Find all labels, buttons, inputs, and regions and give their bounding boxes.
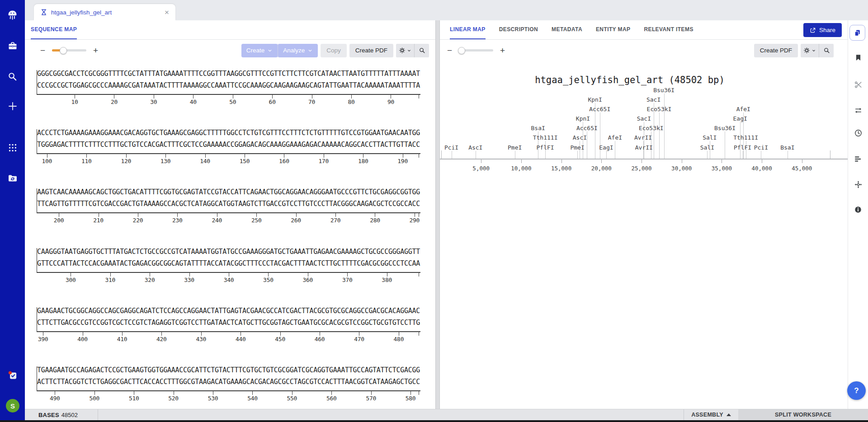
jellyfish-logo-icon[interactable] <box>0 7 25 23</box>
enzyme-label[interactable]: Tth111I <box>533 135 558 141</box>
enzyme-label[interactable]: Acc65I <box>589 106 610 113</box>
zoom-out-button[interactable]: − <box>444 46 455 56</box>
sequence-bottom-strand[interactable]: TTCAGTTGTTTTTCGTCGACCGACTGTAAAAGCCACGCTC… <box>37 199 420 208</box>
user-avatar[interactable]: S <box>6 399 19 413</box>
zoom-in-button[interactable]: + <box>90 46 101 56</box>
enzyme-label[interactable]: SacI <box>646 97 660 103</box>
help-button[interactable]: ? <box>847 381 866 400</box>
copy-to-workspace-button[interactable] <box>849 25 865 41</box>
settings-gear-button[interactable] <box>801 44 819 57</box>
share-label: Share <box>819 27 835 33</box>
history-clock-icon[interactable] <box>848 127 868 138</box>
enzyme-label[interactable]: AvrII <box>634 135 652 141</box>
enzyme-label[interactable]: Eco53kI <box>647 106 672 113</box>
analyze-button[interactable]: Analyze <box>278 44 318 57</box>
move-crosshair-icon[interactable] <box>848 179 868 190</box>
copy-button[interactable]: Copy <box>321 44 347 57</box>
enzyme-label[interactable]: PciI <box>754 145 768 151</box>
enzyme-label[interactable]: AfeI <box>736 106 750 113</box>
left-toolbar-actions: Create Analyze Copy Create PDF <box>241 44 429 57</box>
enzyme-label[interactable]: Tth111I <box>733 135 758 141</box>
enzyme-label[interactable]: AvrII <box>635 145 653 151</box>
sequence-top-strand[interactable]: TGAAGAATGCCAGAGACTCCGCTGAAGTGGTGGAAACCGC… <box>37 366 420 375</box>
share-button[interactable]: Share <box>803 23 842 37</box>
toolbox-icon[interactable] <box>0 38 25 54</box>
enzyme-label[interactable]: AscI <box>573 135 587 141</box>
ruler-number: 460 <box>315 336 325 342</box>
swap-arrows-icon[interactable] <box>848 105 868 116</box>
sequence-top-strand[interactable]: GGGCGGCGACCTCGCGGGTTTTCGCTATTTATGAAAATTT… <box>37 69 420 78</box>
enzyme-label[interactable]: SalI <box>700 145 714 151</box>
zoom-slider-thumb[interactable] <box>458 47 465 54</box>
create-pdf-button[interactable]: Create PDF <box>349 44 393 57</box>
axis-tick-label: 40,000 <box>752 165 772 172</box>
enzyme-label[interactable]: AscI <box>468 145 482 151</box>
split-workspace-button[interactable]: SPLIT WORKSPACE <box>738 409 868 420</box>
enzyme-label[interactable]: Eco53kI <box>639 125 664 131</box>
create-plus-icon[interactable] <box>0 98 25 114</box>
create-button[interactable]: Create <box>241 44 278 57</box>
enzyme-label[interactable]: KpnI <box>588 97 602 103</box>
enzyme-cut-line <box>587 131 587 159</box>
tab-description[interactable]: DESCRIPTION <box>499 20 538 39</box>
ruler-number: 240 <box>212 217 222 224</box>
sequence-top-strand[interactable]: GAAGAACTGCGGCAGGCCAGCGAGGCAGATCTCCAGCCAG… <box>37 306 420 315</box>
bookmark-icon[interactable] <box>848 52 868 63</box>
enzyme-label[interactable]: PflFI <box>537 145 554 151</box>
tab-relevant-items[interactable]: RELEVANT ITEMS <box>644 20 693 39</box>
projects-sync-folder-icon[interactable] <box>0 171 25 186</box>
sequence-bottom-strand[interactable]: TGGGAGACTTTTCTTTCCTTTGCTGTCCACGACTTTCGCT… <box>37 140 420 149</box>
enzyme-label[interactable]: Acc65I <box>576 125 598 131</box>
tab-entity-map[interactable]: ENTITY MAP <box>596 20 630 39</box>
enzyme-label[interactable]: SalI <box>703 135 717 141</box>
sequence-top-strand[interactable]: CAAGGGTAATGAGGTGCTTTATGACTCTGCCGCCGTCATA… <box>37 247 420 256</box>
sequence-extent-marker <box>830 150 830 159</box>
scissors-icon[interactable] <box>848 79 868 90</box>
alignments-icon[interactable] <box>848 154 868 164</box>
ruler-number: 440 <box>236 336 246 342</box>
enzyme-label[interactable]: EagI <box>733 116 747 122</box>
enzyme-label[interactable]: BsaI <box>531 125 545 131</box>
sequence-top-strand[interactable]: AAGTCAACAAAAAGCAGCTGGCTGACATTTTCGGTGCGAG… <box>37 188 420 197</box>
zoom-in-button[interactable]: + <box>497 46 508 56</box>
enzyme-label[interactable]: PciI <box>444 145 458 151</box>
ruler-tick <box>174 391 174 395</box>
close-tab-icon[interactable]: × <box>164 9 170 16</box>
sequence-bottom-strand[interactable]: GTTCCCATTACTCCACGAAATACTGAGACGGCGGCAGTAT… <box>37 259 420 268</box>
find-in-map-button[interactable] <box>819 44 834 57</box>
settings-gear-button[interactable] <box>396 44 414 57</box>
panel-resize-handle[interactable] <box>435 20 440 409</box>
enzyme-label[interactable]: PflFI <box>734 145 751 151</box>
sequence-bottom-strand[interactable]: CCCGCCGCTGGAGCGCCCAAAAGCGATAAATACTTTTAAA… <box>37 81 420 90</box>
tab-metadata[interactable]: METADATA <box>552 20 582 39</box>
find-in-sequence-button[interactable] <box>415 44 429 57</box>
apps-grid-icon[interactable] <box>0 140 25 155</box>
enzyme-label[interactable]: SacI <box>637 116 651 122</box>
tab-sequence-map[interactable]: SEQUENCE MAP <box>31 20 77 39</box>
enzyme-label[interactable]: BsaI <box>780 145 794 151</box>
sequence-top-strand[interactable]: ACCCTCTGAAAAGAAAGGAAACGACAGGTGCTGAAAGCGA… <box>37 128 420 137</box>
zoom-out-button[interactable]: − <box>38 46 48 56</box>
sequence-bottom-strand[interactable]: ACTTCTTACGGTCTCTGAGGCGACTTCACCACCTTTGGCG… <box>37 377 420 386</box>
zoom-slider[interactable] <box>459 49 493 52</box>
zoom-slider-thumb[interactable] <box>60 47 67 54</box>
assembly-toggle[interactable]: ASSEMBLY <box>684 409 738 420</box>
search-icon[interactable] <box>0 69 25 84</box>
enzyme-cut-line <box>615 141 615 159</box>
ruler-tick <box>292 391 292 395</box>
enzyme-label[interactable]: KpnI <box>576 116 590 122</box>
document-tab[interactable]: htgaa_jellyfish_gel_art × <box>34 4 175 20</box>
enzyme-label[interactable]: EagI <box>599 145 613 151</box>
enzyme-label[interactable]: Bsu36I <box>714 125 736 131</box>
tasks-check-icon[interactable] <box>0 367 25 383</box>
sequence-block: TGAAGAATGCCAGAGACTCCGCTGAAGTGGTGGAAACCGC… <box>37 366 420 409</box>
sequence-bottom-strand[interactable]: CTTCTTGACGCCGTCCGGTCGCTCCGTCTAGAGGTCGGTC… <box>37 318 420 327</box>
enzyme-label[interactable]: PmeI <box>570 145 584 151</box>
info-icon[interactable] <box>848 204 868 215</box>
create-pdf-button[interactable]: Create PDF <box>754 44 798 57</box>
enzyme-label[interactable]: PmeI <box>508 145 522 151</box>
enzyme-label[interactable]: Bsu36I <box>653 87 675 94</box>
enzyme-label[interactable]: AfeI <box>608 135 622 141</box>
tab-linear-map[interactable]: LINEAR MAP <box>450 20 486 39</box>
zoom-slider[interactable] <box>52 49 86 52</box>
